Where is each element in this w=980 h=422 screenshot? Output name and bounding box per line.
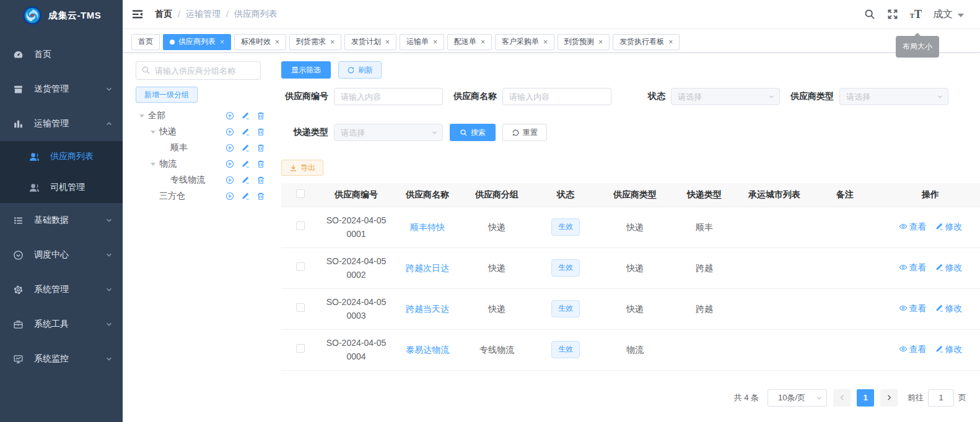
delete-node-icon[interactable] [256,192,265,200]
row-checkbox[interactable] [296,303,305,312]
status-select[interactable] [671,88,780,105]
page-number-button[interactable]: 1 [857,389,874,407]
sidebar-item-supplier-list[interactable]: 供应商列表 [0,141,123,172]
sidebar-item-transport-mgmt[interactable]: 运输管理 [0,106,123,141]
sidebar-item-home[interactable]: 首页 [0,37,123,72]
export-button[interactable]: 导出 [281,160,323,176]
fullscreen-icon[interactable] [887,9,899,20]
sidebar-collapse-icon[interactable] [131,8,144,20]
edit-button[interactable]: 修改 [935,301,963,315]
search-icon[interactable] [864,9,876,20]
close-icon[interactable]: × [598,38,603,46]
view-button[interactable]: 查看 [899,220,927,233]
tab-arrival-demand[interactable]: 到货需求 × [289,34,341,50]
delete-node-icon[interactable] [256,127,265,136]
search-button[interactable]: 搜索 [450,124,496,141]
edit-button[interactable]: 修改 [935,342,963,356]
tree-node[interactable]: 全部 [136,108,269,124]
sidebar-item-system-monitor[interactable]: 系统监控 [0,342,123,376]
prev-page-button[interactable] [833,389,851,407]
supplier-type-select[interactable] [839,88,948,105]
delete-node-icon[interactable] [256,111,265,120]
app-logo[interactable]: 成集云-TMS [0,0,123,31]
caret-down-icon[interactable] [151,131,159,134]
tree-node[interactable]: 快递 [136,124,269,140]
add-group-button[interactable]: 新增一级分组 [136,87,198,103]
show-filter-button[interactable]: 显示筛选 [281,61,331,79]
tab-arrival-forecast[interactable]: 到货预测 × [558,34,610,50]
tree-node[interactable]: 三方仓 [136,188,269,204]
supplier-name-link[interactable]: 泰易达物流 [406,345,449,355]
supplier-name-link[interactable]: 跨越当天达 [406,304,449,314]
row-checkbox[interactable] [296,222,305,230]
delete-node-icon[interactable] [256,176,265,184]
tab-standard-aging[interactable]: 标准时效 × [234,34,286,50]
supplier-name-link[interactable]: 顺丰特快 [410,222,445,232]
goto-page-input[interactable] [928,389,954,407]
edit-node-icon[interactable] [241,160,250,168]
tab-transport-order[interactable]: 运输单 × [400,34,444,50]
view-button[interactable]: 查看 [899,301,927,315]
tab-home[interactable]: 首页 [131,34,160,50]
add-node-icon[interactable] [225,176,234,184]
edit-node-icon[interactable] [241,127,250,136]
add-node-icon[interactable] [225,111,234,120]
close-icon[interactable]: × [275,38,279,46]
delete-node-icon[interactable] [256,144,265,152]
font-size-icon[interactable]: TT [910,9,922,20]
supplier-code-input[interactable] [334,88,443,105]
add-node-icon[interactable] [225,127,234,136]
sidebar-item-system-tools[interactable]: 系统工具 [0,307,123,342]
close-icon[interactable]: × [433,38,437,46]
view-button[interactable]: 查看 [899,342,927,356]
tab-shipping-board[interactable]: 发货执行看板 × [613,34,680,50]
view-button[interactable]: 查看 [899,261,927,274]
reset-button[interactable]: 重置 [502,124,547,141]
edit-button[interactable]: 修改 [935,220,963,233]
edit-button[interactable]: 修改 [935,261,963,274]
edit-node-icon[interactable] [241,176,250,184]
status-value[interactable] [671,88,780,105]
sidebar-item-driver-mgmt[interactable]: 司机管理 [0,172,123,203]
sidebar-item-delivery-mgmt[interactable]: 送货管理 [0,72,123,106]
tree-node[interactable]: 专线物流 [136,172,269,188]
tab-delivery-order[interactable]: 配送单 × [447,34,492,50]
close-icon[interactable]: × [668,38,673,46]
tab-supplier-list[interactable]: 供应商列表 × [163,34,231,50]
caret-down-icon[interactable] [139,114,148,118]
express-type-value[interactable] [334,124,443,141]
close-icon[interactable]: × [481,38,485,46]
sidebar-item-dispatch-center[interactable]: 调度中心 [0,238,123,272]
close-icon[interactable]: × [543,38,548,46]
delete-node-icon[interactable] [256,160,265,168]
user-menu[interactable]: 成文 [933,8,964,21]
next-page-button[interactable] [880,389,898,407]
close-icon[interactable]: × [330,38,335,46]
edit-node-icon[interactable] [241,192,250,200]
add-node-icon[interactable] [225,144,234,152]
supplier-type-value[interactable] [839,88,948,105]
group-search-input[interactable] [136,61,261,80]
row-checkbox[interactable] [296,262,305,271]
add-node-icon[interactable] [225,192,234,200]
supplier-name-link[interactable]: 跨越次日达 [406,263,449,273]
select-all-checkbox[interactable] [296,189,305,198]
close-icon[interactable]: × [220,38,224,46]
supplier-name-input[interactable] [502,88,611,105]
tab-customer-po[interactable]: 客户采购单 × [495,34,554,50]
edit-node-icon[interactable] [241,144,250,152]
close-icon[interactable]: × [385,38,390,46]
add-node-icon[interactable] [225,160,234,168]
caret-down-icon[interactable] [151,163,159,166]
sidebar-item-system-mgmt[interactable]: 系统管理 [0,272,123,307]
page-size-select[interactable] [768,389,827,407]
express-type-select[interactable] [334,124,443,141]
sidebar-item-base-data[interactable]: 基础数据 [0,203,123,238]
breadcrumb-item[interactable]: 首页 [155,9,172,20]
refresh-button[interactable]: 刷新 [338,61,382,79]
tree-node[interactable]: 物流 [136,156,269,172]
tree-node[interactable]: 顺丰 [136,140,269,156]
edit-node-icon[interactable] [241,111,250,120]
tab-shipping-plan[interactable]: 发货计划 × [344,34,396,50]
row-checkbox[interactable] [296,344,305,353]
